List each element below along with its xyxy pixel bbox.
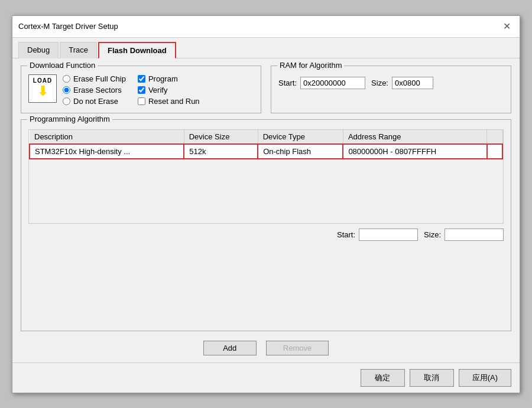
algo-size-field: Size: xyxy=(424,229,504,241)
radio-erase-sectors[interactable]: Erase Sectors xyxy=(63,86,126,94)
algo-start-field: Start: xyxy=(337,229,418,241)
cell-address-range: 08000000H - 0807FFFFH xyxy=(343,144,486,159)
flash-options: Program Verify Reset and Run xyxy=(138,74,200,106)
col-device-size: Device Size xyxy=(184,130,258,144)
col-extra xyxy=(487,130,502,144)
cell-description: STM32F10x High-density ... xyxy=(30,144,184,159)
tab-bar: Debug Trace Flash Download xyxy=(12,38,520,58)
algo-size-label: Size: xyxy=(424,230,441,239)
col-device-type: Device Type xyxy=(258,130,343,144)
main-window: Cortex-M Target Driver Setup ✕ Debug Tra… xyxy=(12,15,520,393)
remove-button[interactable]: Remove xyxy=(266,341,329,355)
radio-do-not-erase[interactable]: Do not Erase xyxy=(63,97,126,106)
tab-content: Download Function LOAD ⬇ Erase Full Chip xyxy=(12,58,520,363)
action-buttons: Add Remove xyxy=(21,341,511,355)
download-function-group: Download Function LOAD ⬇ Erase Full Chip xyxy=(21,66,261,113)
ram-algorithm-title: RAM for Algorithm xyxy=(277,61,344,70)
cell-device-size: 512k xyxy=(184,144,258,159)
algo-bottom: Start: Size: xyxy=(28,229,504,241)
cell-extra xyxy=(487,144,502,159)
close-button[interactable]: ✕ xyxy=(499,19,514,34)
tab-trace[interactable]: Trace xyxy=(60,42,97,58)
ram-algorithm-group: RAM for Algorithm Start: Size: xyxy=(271,66,511,113)
erase-options: Erase Full Chip Erase Sectors Do not Era… xyxy=(63,74,126,106)
top-section: Download Function LOAD ⬇ Erase Full Chip xyxy=(21,66,511,113)
cancel-button[interactable]: 取消 xyxy=(410,369,454,387)
checkbox-program[interactable]: Program xyxy=(138,74,200,83)
ok-button[interactable]: 确定 xyxy=(361,369,405,387)
checkbox-reset-and-run[interactable]: Reset and Run xyxy=(138,97,200,106)
checkbox-verify[interactable]: Verify xyxy=(138,86,200,94)
radio-erase-full-chip[interactable]: Erase Full Chip xyxy=(63,74,126,83)
ram-size-label: Size: xyxy=(371,79,388,87)
ram-size-field: Size: xyxy=(371,77,433,89)
ram-start-label: Start: xyxy=(278,79,297,87)
algorithm-table-wrapper: Description Device Size Device Type Addr… xyxy=(28,129,504,224)
programming-algorithm-title: Programming Algorithm xyxy=(27,115,112,123)
tab-debug[interactable]: Debug xyxy=(18,42,59,58)
algo-start-label: Start: xyxy=(337,230,355,239)
ram-inner: Start: Size: xyxy=(278,71,504,89)
tab-flash-download[interactable]: Flash Download xyxy=(98,42,176,58)
col-address-range: Address Range xyxy=(343,130,486,144)
download-function-title: Download Function xyxy=(27,61,98,70)
algo-start-input[interactable] xyxy=(359,229,418,241)
ram-size-input[interactable] xyxy=(392,77,433,89)
ram-start-input[interactable] xyxy=(300,77,365,89)
apply-button[interactable]: 应用(A) xyxy=(459,369,511,387)
algo-size-input[interactable] xyxy=(445,229,504,241)
load-icon: LOAD ⬇ xyxy=(28,74,57,103)
add-button[interactable]: Add xyxy=(203,341,257,355)
window-title: Cortex-M Target Driver Setup xyxy=(18,22,118,31)
algorithm-table: Description Device Size Device Type Addr… xyxy=(29,130,503,159)
title-bar: Cortex-M Target Driver Setup ✕ xyxy=(12,16,520,38)
table-header-row: Description Device Size Device Type Addr… xyxy=(30,130,502,144)
cell-device-type: On-chip Flash xyxy=(258,144,343,159)
download-function-inner: LOAD ⬇ Erase Full Chip Erase Sectors xyxy=(28,71,254,106)
programming-algorithm-group: Programming Algorithm Description Device… xyxy=(21,119,511,331)
table-row[interactable]: STM32F10x High-density ... 512k On-chip … xyxy=(30,144,502,159)
ram-start-field: Start: xyxy=(278,77,365,89)
footer: 确定 取消 应用(A) xyxy=(12,363,520,393)
col-description: Description xyxy=(30,130,184,144)
